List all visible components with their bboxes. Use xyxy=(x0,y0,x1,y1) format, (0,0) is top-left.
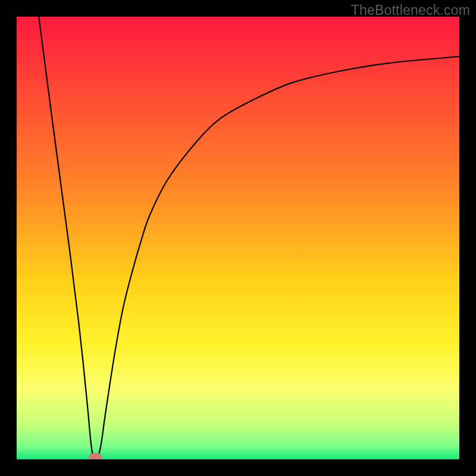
chart-svg xyxy=(17,17,459,459)
watermark-text: TheBottleneck.com xyxy=(351,2,470,18)
chart-frame: TheBottleneck.com xyxy=(0,0,476,476)
gradient-background xyxy=(17,17,459,459)
plot-area xyxy=(17,17,459,459)
